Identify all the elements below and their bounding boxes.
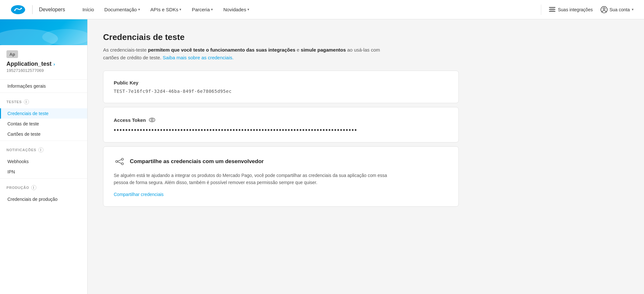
app-layout: Ap Application_test › 1952716012577069 I…: [0, 19, 644, 294]
sidebar-hero: [0, 19, 87, 45]
share-credentials-icon: [115, 158, 124, 165]
chevron-down-icon: ▾: [138, 7, 140, 12]
share-icon: [114, 156, 125, 167]
account-icon: [601, 6, 608, 13]
sidebar-item-contas-teste[interactable]: Contas de teste: [0, 119, 87, 129]
svg-line-15: [118, 160, 121, 161]
svg-point-13: [121, 158, 123, 160]
nav-documentacao[interactable]: Documentação ▾: [100, 4, 145, 15]
sidebar-item-webhooks[interactable]: Webhooks: [0, 156, 87, 167]
nav-inicio[interactable]: Início: [78, 4, 99, 15]
svg-point-0: [11, 5, 25, 14]
public-key-value: TEST-7e16fc9f-32d4-46ba-849f-6e78065d95e…: [114, 89, 448, 94]
main-nav: Início Documentação ▾ APIs e SDKs ▾ Parc…: [78, 4, 541, 15]
account-label: Sua conta: [610, 7, 630, 12]
svg-point-9: [603, 8, 605, 10]
desc-text-2: e: [297, 47, 301, 53]
page-description: As credenciais-teste permitem que você t…: [103, 46, 393, 62]
sidebar-divider: [0, 141, 87, 141]
access-token-dots: ••••••••••••••••••••••••••••••••••••••••…: [114, 127, 448, 133]
page-title: Credenciais de teste: [103, 32, 459, 42]
sidebar: Ap Application_test › 1952716012577069 I…: [0, 19, 88, 294]
sidebar-section-label-notificacoes: NOTIFICAÇÕES i: [6, 147, 81, 152]
producao-info-icon[interactable]: i: [31, 185, 36, 190]
logo-divider: [32, 5, 33, 14]
sidebar-section-label-producao: PRODUÇÃO i: [6, 185, 81, 190]
svg-line-16: [118, 162, 121, 163]
access-token-card: Access Token •••••••••••••••••••••••••••…: [103, 107, 459, 142]
access-token-label: Access Token: [114, 116, 448, 123]
sidebar-divider: [0, 79, 87, 80]
logo-link[interactable]: Developers: [10, 5, 65, 15]
share-credentials-link[interactable]: Compartilhar credenciais: [114, 192, 164, 197]
svg-rect-7: [550, 10, 554, 11]
sidebar-section-producao: PRODUÇÃO i: [0, 180, 87, 194]
svg-point-12: [116, 161, 118, 162]
sidebar-item-ipn[interactable]: IPN: [0, 167, 87, 177]
svg-point-10: [149, 118, 155, 122]
desc-bold-1: permitem que você teste o funcionamento …: [148, 47, 295, 53]
public-key-label: Public Key: [114, 80, 448, 85]
account-chevron-icon: ▾: [632, 7, 634, 12]
svg-rect-5: [549, 11, 555, 12]
sidebar-item-credenciais-producao[interactable]: Credenciais de produção: [0, 194, 87, 204]
mercado-pago-logo-icon: [10, 5, 26, 15]
account-button[interactable]: Sua conta ▾: [601, 6, 634, 13]
app-avatar: Ap: [6, 50, 18, 58]
share-card-header: Compartilhe as credenciais com um desenv…: [114, 156, 448, 167]
sidebar-section-testes: TESTES i: [0, 94, 87, 108]
testes-info-icon[interactable]: i: [24, 99, 29, 104]
svg-point-2: [21, 8, 22, 9]
svg-point-1: [14, 10, 15, 11]
desc-text-1: As credenciais-teste: [103, 47, 148, 53]
nav-novidades[interactable]: Novidades ▾: [219, 4, 254, 15]
main-content: Credenciais de teste As credenciais-test…: [88, 19, 474, 294]
svg-point-14: [121, 163, 123, 165]
svg-rect-4: [549, 9, 555, 10]
sidebar-divider: [0, 93, 87, 93]
chevron-down-icon: ▾: [247, 7, 249, 12]
credentials-learn-link[interactable]: Saiba mais sobre as credenciais.: [163, 55, 234, 60]
public-key-card: Public Key TEST-7e16fc9f-32d4-46ba-849f-…: [103, 71, 459, 103]
sidebar-item-cartoes-teste[interactable]: Cartões de teste: [0, 129, 87, 139]
integrations-label: Suas integrações: [558, 7, 593, 12]
nav-parceria[interactable]: Parceria ▾: [187, 4, 217, 15]
share-card-title: Compartilhe as credenciais com um desenv…: [130, 158, 264, 165]
developers-label: Developers: [39, 7, 65, 13]
toggle-visibility-button[interactable]: [149, 116, 156, 123]
app-chevron-icon: ›: [53, 62, 55, 67]
sidebar-divider: [0, 178, 87, 179]
desc-bold-2: simule pagamentos: [301, 47, 346, 53]
sidebar-item-informacoes-gerais[interactable]: Informações gerais: [0, 81, 87, 91]
chevron-down-icon: ▾: [179, 7, 181, 12]
integrations-icon: [549, 7, 555, 12]
svg-rect-6: [550, 8, 554, 9]
header-divider: [541, 5, 541, 15]
app-id: 1952716012577069: [6, 68, 81, 73]
eye-icon: [149, 117, 156, 123]
header: Developers Início Documentação ▾ APIs e …: [0, 0, 644, 19]
svg-point-11: [151, 119, 153, 121]
sidebar-app-info: Ap Application_test › 1952716012577069: [0, 45, 87, 78]
sidebar-section-label-testes: TESTES i: [6, 99, 81, 104]
app-name-link[interactable]: Application_test ›: [6, 61, 81, 67]
integrations-button[interactable]: Suas integrações: [549, 7, 593, 12]
sidebar-section-notificacoes: NOTIFICAÇÕES i: [0, 142, 87, 156]
svg-rect-3: [549, 7, 555, 8]
chevron-down-icon: ▾: [211, 7, 213, 12]
sidebar-item-credenciais-teste[interactable]: Credenciais de teste: [0, 108, 87, 119]
nav-apis-sdks[interactable]: APIs e SDKs ▾: [146, 4, 186, 15]
share-card-description: Se alguém está te ajudando a integrar os…: [114, 172, 388, 186]
header-right: Suas integrações Sua conta ▾: [541, 5, 634, 15]
app-name-text: Application_test: [6, 61, 52, 67]
notificacoes-info-icon[interactable]: i: [38, 147, 43, 152]
share-card: Compartilhe as credenciais com um desenv…: [103, 146, 459, 207]
